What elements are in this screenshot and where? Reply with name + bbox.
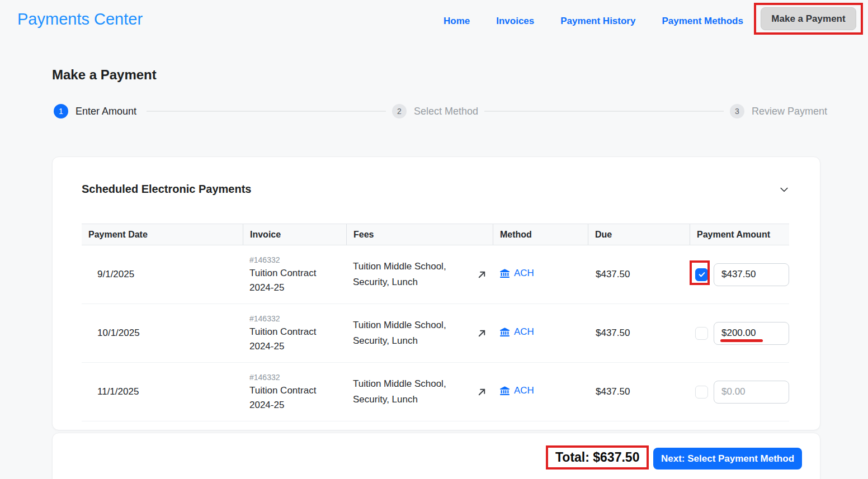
bank-icon xyxy=(499,386,510,396)
invoice-year: 2024-25 xyxy=(249,282,346,293)
row-2-checkbox[interactable] xyxy=(695,327,708,340)
col-due: Due xyxy=(588,224,690,245)
nav-invoices[interactable]: Invoices xyxy=(496,16,534,27)
step-1-label: Enter Amount xyxy=(76,106,136,117)
scheduled-payments-card: Scheduled Electronic Payments Payment Da… xyxy=(52,156,820,430)
check-icon xyxy=(698,271,706,278)
row-2-amount-input-wrap xyxy=(714,322,789,345)
page-title: Make a Payment xyxy=(52,67,157,83)
step-3-review-payment: 3 Review Payment xyxy=(730,104,827,118)
payment-date: 9/1/2025 xyxy=(82,269,243,280)
payment-amount-cell xyxy=(690,322,789,345)
row-1-amount-input[interactable] xyxy=(714,263,789,286)
annotation-box-make-a-payment: Make a Payment xyxy=(754,3,863,35)
invoice-number: #146332 xyxy=(249,255,346,264)
payment-date: 10/1/2025 xyxy=(82,328,243,339)
fees-cell: Tuition Middle School, Security, Lunch xyxy=(346,317,493,349)
invoice-cell: #146332 Tuition Contract 2024-25 xyxy=(243,314,346,352)
method-label: ACH xyxy=(514,385,534,396)
ach-method-link[interactable]: ACH xyxy=(499,268,534,279)
table-row: 10/1/2025 #146332 Tuition Contract 2024-… xyxy=(82,304,789,363)
invoice-year: 2024-25 xyxy=(249,341,346,352)
fees-cell: Tuition Middle School, Security, Lunch xyxy=(346,376,493,407)
row-2-checkbox-wrap xyxy=(695,327,708,340)
arrow-up-right-icon[interactable] xyxy=(477,387,487,397)
col-payment-date: Payment Date xyxy=(82,224,243,245)
due-amount: $437.50 xyxy=(588,328,690,339)
invoice-number: #146332 xyxy=(249,373,346,382)
step-2-circle: 2 xyxy=(392,104,407,118)
chevron-down-icon[interactable] xyxy=(779,184,790,195)
fees-text: Tuition Middle School, Security, Lunch xyxy=(353,259,463,290)
main-nav: Home Invoices Payment History Payment Me… xyxy=(444,0,743,42)
payment-amount-cell xyxy=(690,381,789,404)
step-2-label: Select Method xyxy=(414,106,478,117)
invoice-number: #146332 xyxy=(249,314,346,323)
card-title: Scheduled Electronic Payments xyxy=(82,183,251,196)
scheduled-payments-table: Payment Date Invoice Fees Method Due Pay… xyxy=(82,224,789,421)
nav-payment-history[interactable]: Payment History xyxy=(560,16,635,27)
payment-date: 11/1/2025 xyxy=(82,386,243,397)
invoice-cell: #146332 Tuition Contract 2024-25 xyxy=(243,373,346,411)
total-amount: Total: $637.50 xyxy=(555,450,639,464)
due-amount: $437.50 xyxy=(588,386,690,397)
method-cell: ACH xyxy=(493,268,588,281)
row-3-amount-input[interactable] xyxy=(714,381,789,404)
invoice-name: Tuition Contract xyxy=(249,326,346,338)
step-2-select-method: 2 Select Method xyxy=(392,104,478,118)
table-header-row: Payment Date Invoice Fees Method Due Pay… xyxy=(82,224,789,245)
step-1-enter-amount: 1 Enter Amount xyxy=(54,104,136,118)
nav-payment-methods[interactable]: Payment Methods xyxy=(662,16,743,27)
fees-text: Tuition Middle School, Security, Lunch xyxy=(353,376,463,407)
row-1-checkbox-wrap xyxy=(695,268,708,281)
ach-method-link[interactable]: ACH xyxy=(499,326,534,338)
row-3-checkbox-wrap xyxy=(695,386,708,399)
fees-cell: Tuition Middle School, Security, Lunch xyxy=(346,259,493,290)
due-amount: $437.50 xyxy=(588,269,690,280)
row-3-checkbox[interactable] xyxy=(695,386,708,399)
table-row: 9/1/2025 #146332 Tuition Contract 2024-2… xyxy=(82,245,789,304)
invoice-year: 2024-25 xyxy=(249,400,346,411)
payment-footer-bar: Total: $637.50 Next: Select Payment Meth… xyxy=(52,433,820,479)
method-cell: ACH xyxy=(493,385,588,399)
method-label: ACH xyxy=(514,268,534,279)
fees-text: Tuition Middle School, Security, Lunch xyxy=(353,317,463,349)
arrow-up-right-icon[interactable] xyxy=(477,269,487,280)
app-title: Payments Center xyxy=(17,10,143,29)
bank-icon xyxy=(499,268,510,279)
col-fees: Fees xyxy=(346,224,493,245)
method-cell: ACH xyxy=(493,326,588,340)
ach-method-link[interactable]: ACH xyxy=(499,385,534,396)
step-connector-2 xyxy=(484,111,724,112)
row-1-amount-input-wrap xyxy=(714,263,789,286)
annotation-box-total: Total: $637.50 xyxy=(546,445,649,469)
col-invoice: Invoice xyxy=(243,224,346,245)
step-connector-1 xyxy=(147,111,386,112)
step-3-label: Review Payment xyxy=(752,106,827,117)
bank-icon xyxy=(499,327,510,338)
invoice-cell: #146332 Tuition Contract 2024-25 xyxy=(243,255,346,293)
arrow-up-right-icon[interactable] xyxy=(477,328,487,339)
col-payment-amount: Payment Amount xyxy=(690,224,789,245)
step-1-circle: 1 xyxy=(54,104,68,118)
step-3-circle: 3 xyxy=(730,104,744,118)
row-1-checkbox[interactable] xyxy=(695,268,708,281)
invoice-name: Tuition Contract xyxy=(249,385,346,396)
table-row: 11/1/2025 #146332 Tuition Contract 2024-… xyxy=(82,363,789,421)
col-method: Method xyxy=(493,224,588,245)
payment-amount-cell xyxy=(690,263,789,286)
make-a-payment-nav-button[interactable]: Make a Payment xyxy=(761,7,856,30)
row-2-amount-input[interactable] xyxy=(714,322,789,345)
row-3-amount-input-wrap xyxy=(714,381,789,404)
method-label: ACH xyxy=(514,326,534,338)
invoice-name: Tuition Contract xyxy=(249,268,346,279)
next-select-payment-method-button[interactable]: Next: Select Payment Method xyxy=(653,448,802,469)
nav-home[interactable]: Home xyxy=(444,16,470,27)
